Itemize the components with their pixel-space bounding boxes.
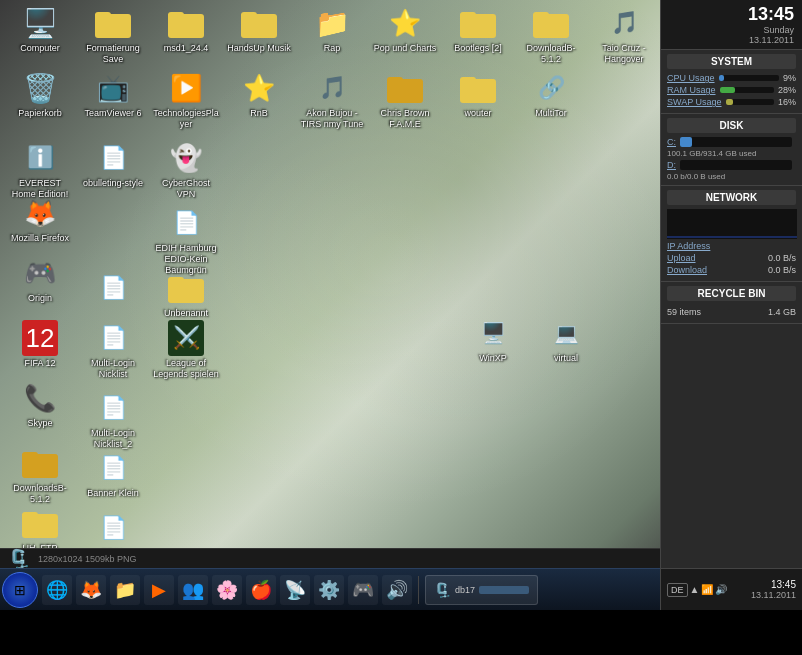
cpu-value: 9% — [783, 73, 796, 83]
network-section: NETWORK IP Address Upload 0.0 B/s Downlo… — [661, 186, 802, 282]
clock-day: Sunday — [669, 25, 794, 35]
icon-papierkorb[interactable]: 🗑️ Papierkorb — [5, 70, 75, 119]
disk-d-bar-container — [680, 160, 792, 170]
icon-everest[interactable]: ℹ️ EVEREST Home Edition! — [5, 140, 75, 200]
disk-c-bar-container — [680, 137, 792, 147]
lang-badge: DE — [667, 583, 688, 597]
download-label: Download — [667, 265, 707, 275]
icon-pop[interactable]: ⭐ Pop und Charts — [370, 5, 440, 54]
icon-banner[interactable]: 📄 Banner Klein — [78, 450, 148, 499]
taskbar-users[interactable]: 👥 — [178, 575, 208, 605]
right-panel: 13:45 Sunday 13.11.2011 SYSTEM CPU Usage… — [660, 0, 802, 610]
ram-row: RAM Usage 28% — [667, 85, 796, 95]
icon-multitor[interactable]: 🔗 MultiTor — [516, 70, 586, 119]
disk-section: DISK C: 100.1 GB/931.4 GB used D: 0.0 b/… — [661, 114, 802, 186]
swap-value: 16% — [778, 97, 796, 107]
taskbar-mumble[interactable]: 🔊 — [382, 575, 412, 605]
swap-bar — [726, 99, 734, 105]
icon-winxp[interactable]: 🖥️ WinXP — [458, 315, 528, 364]
upload-row: Upload 0.0 B/s — [667, 253, 796, 263]
icon-virtual[interactable]: 💻 virtual — [531, 315, 601, 364]
recycle-items: 59 items — [667, 307, 701, 317]
status-text: 1280x1024 1509kb PNG — [38, 554, 137, 564]
icon-chrisbrown[interactable]: Chris Brown F.A.M.E — [370, 70, 440, 130]
upload-label: Upload — [667, 253, 696, 263]
icon-rnb[interactable]: ⭐ RnB — [224, 70, 294, 119]
icon-firefox[interactable]: 🦊 Mozilla Firefox — [5, 195, 75, 244]
icon-taio-cruz[interactable]: 🎵 Taio Cruz - Hangover — [589, 5, 659, 65]
tray-arrow-icon[interactable]: ▲ — [690, 584, 700, 595]
clock-section: 13:45 Sunday 13.11.2011 — [661, 0, 802, 50]
taskbar-game[interactable]: 🎮 — [348, 575, 378, 605]
ip-label: IP Address — [667, 241, 710, 251]
icon-computer[interactable]: 🖥️ Computer — [5, 5, 75, 54]
icon-fifa12[interactable]: 12 FIFA 12 — [5, 320, 75, 369]
tray-network-icon[interactable]: 📶 — [701, 584, 713, 595]
icon-uhftp[interactable]: UH_FTP — [5, 505, 75, 554]
tray-volume-icon[interactable]: 🔊 — [715, 584, 727, 595]
icon-player[interactable]: ▶️ TechnologiesPlayer — [151, 70, 221, 130]
taskbar-media[interactable]: ▶ — [144, 575, 174, 605]
icon-cyberghost[interactable]: 👻 CyberGhost VPN — [151, 140, 221, 200]
disk-d-detail: 0.0 b/0.0 B used — [667, 172, 796, 181]
icon-obulleting[interactable]: 📄 obulleting-style — [78, 140, 148, 189]
icon-msd[interactable]: msd1_24.4 — [151, 5, 221, 54]
disk-c-bar — [680, 137, 692, 147]
taskbar-filezilla[interactable]: 📡 — [280, 575, 310, 605]
ram-bar-container — [720, 87, 774, 93]
disk-c-detail: 100.1 GB/931.4 GB used — [667, 149, 796, 158]
icon-multilogin[interactable]: 📄 Multi-Login Nicklist — [78, 320, 148, 380]
icon-rap[interactable]: 📁 Rap — [297, 5, 367, 54]
icon-akon[interactable]: 🎵 Akon Bujou - TIRS nmy Tune — [297, 70, 367, 130]
status-bar: 🗜️ 1280x1024 1509kb PNG — [0, 548, 660, 568]
icon-lol[interactable]: ⚔️ League of Legends spielen — [151, 320, 221, 380]
tray-icons: ▲ 📶 🔊 — [690, 584, 728, 595]
taskbar: ⊞ 🌐 🦊 📁 ▶ 👥 🌸 🍎 📡 ⚙️ 🎮 — [0, 568, 660, 610]
tray-time: 13:45 — [751, 579, 796, 590]
taskbar-firefox[interactable]: 🦊 — [76, 575, 106, 605]
taskbar-separator — [418, 576, 419, 604]
icon-bootlegs[interactable]: Bootlegs [2] — [443, 5, 513, 54]
network-chart — [667, 209, 797, 239]
icon-teamviewer[interactable]: 📺 TeamViewer 6 — [78, 70, 148, 119]
disk-title: DISK — [667, 118, 796, 133]
icon-handsup[interactable]: HandsUp Musik — [224, 5, 294, 54]
icon-origin[interactable]: 🎮 Origin — [5, 255, 75, 304]
recycle-info: 59 items 1.4 GB — [667, 305, 796, 319]
swap-row: SWAP Usage 16% — [667, 97, 796, 107]
icon-skype[interactable]: 📞 Skype — [5, 380, 75, 429]
icon-edih[interactable]: 📄 EDIH Hamburg EDIO-Kein Baumgrün — [151, 205, 221, 275]
tray-clock[interactable]: 13:45 13.11.2011 — [751, 579, 796, 600]
system-section: SYSTEM CPU Usage 9% RAM Usage 28% SWAP U… — [661, 50, 802, 114]
taskbar-settings[interactable]: ⚙️ — [314, 575, 344, 605]
icon-downloads2[interactable]: DownloadsB-5.1.2 — [5, 445, 75, 505]
disk-c: C: 100.1 GB/931.4 GB used — [667, 137, 796, 158]
download-row: Download 0.0 B/s — [667, 265, 796, 275]
recycle-bin-section: RECYCLE BIN 59 items 1.4 GB — [661, 282, 802, 324]
icon-formatierung[interactable]: Formatierung Save — [78, 5, 148, 65]
ram-value: 28% — [778, 85, 796, 95]
icon-wouter[interactable]: wouter — [443, 70, 513, 119]
recycle-bin-title: RECYCLE BIN — [667, 286, 796, 301]
clock-date: 13.11.2011 — [669, 35, 794, 45]
taskbar-app1[interactable]: 🍎 — [246, 575, 276, 605]
cpu-label[interactable]: CPU Usage — [667, 73, 715, 83]
swap-label[interactable]: SWAP Usage — [667, 97, 722, 107]
system-title: SYSTEM — [667, 54, 796, 69]
start-button[interactable]: ⊞ — [2, 572, 38, 608]
ram-label[interactable]: RAM Usage — [667, 85, 716, 95]
taskbar-network[interactable]: 🌸 — [212, 575, 242, 605]
disk-c-label[interactable]: C: — [667, 137, 676, 147]
taskbar-ie[interactable]: 🌐 — [42, 575, 72, 605]
icon-unbenannt[interactable]: Unbenannt — [151, 270, 221, 319]
ram-bar — [720, 87, 735, 93]
taskbar-db17[interactable]: 🗜️ db17 — [425, 575, 538, 605]
icon-downloads[interactable]: DownloadB-5.1.2 — [516, 5, 586, 65]
taskbar-explorer[interactable]: 📁 — [110, 575, 140, 605]
swap-bar-container — [726, 99, 774, 105]
icon-multilogin2[interactable]: 📄 Multi-Login Nicklist_2 — [78, 390, 148, 450]
desktop-icons: 🖥️ Computer Formatierung Save msd1_24.4 … — [0, 0, 660, 560]
disk-d-label[interactable]: D: — [667, 160, 676, 170]
icon-file1[interactable]: 📄 — [78, 270, 148, 308]
upload-value: 0.0 B/s — [768, 253, 796, 263]
